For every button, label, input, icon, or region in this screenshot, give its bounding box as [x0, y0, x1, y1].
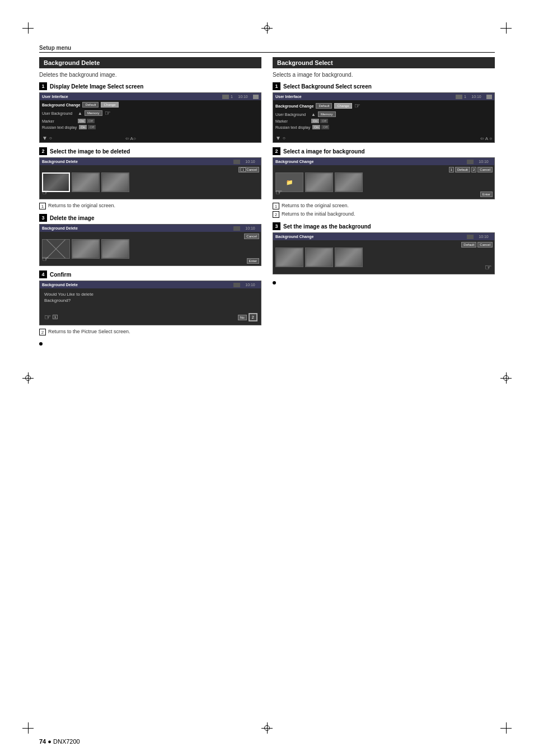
no-btn-box[interactable]: 2 — [249, 313, 257, 321]
no-label[interactable]: No — [238, 315, 247, 320]
bg-delete-desc: Deletes the background image. — [39, 72, 261, 78]
step-3-label: 3 Delete the image — [39, 214, 261, 222]
step-3-select-text: Set the image as the background — [283, 223, 371, 230]
marker-on-r[interactable]: On — [311, 119, 319, 123]
russian-off[interactable]: Off — [88, 125, 96, 129]
note-num-2s-1: 1 — [273, 203, 279, 209]
marker-label: Marker — [42, 119, 76, 123]
step-3-screen-header: Background Delete 10:10 — [40, 225, 261, 232]
note-text-2s-2: Returns to the initial background. — [282, 211, 355, 217]
change-btn-r[interactable]: Change — [334, 103, 352, 109]
step-3-text: Delete the image — [50, 215, 94, 221]
step-2-select-content: 1 Default 2 Cancel 📁 — [273, 165, 494, 199]
confirm-content: Would You Like to delete Background? ☞ 1… — [40, 288, 261, 325]
screen-content-1: Background Change Default Change User Ba… — [40, 100, 261, 133]
page-circle: ● — [48, 738, 53, 745]
note-num-2: 1 — [39, 203, 46, 209]
thumb-2a[interactable] — [72, 172, 100, 192]
step-2-select-num: 2 — [273, 147, 280, 155]
bg-change-row: Background Change Default Change — [42, 102, 259, 108]
user-bg-label: User Background — [42, 111, 76, 115]
thumb-2s-a[interactable] — [305, 172, 333, 192]
step-1-select-screen-content: Background Change Default Change ☞ User … — [273, 100, 494, 133]
russian-row: Russian text display On Off — [42, 125, 259, 129]
step-2-label: 2 Select the image to be deleted — [39, 147, 261, 155]
two-col-layout: Background Delete Deletes the background… — [39, 57, 495, 346]
bullet-dot-left — [39, 342, 43, 346]
step-1-select-text: Select Background Select screen — [283, 83, 372, 90]
step-2-select-text: Select a image for background — [283, 148, 365, 155]
note-2s-1: 1 Returns to the original screen. — [273, 203, 495, 209]
bullet-dot-right — [273, 281, 276, 284]
step-2-select-label: 2 Select a image for background — [273, 147, 495, 155]
step-3-content: Cancel — [40, 232, 261, 265]
reg-mark-bl — [22, 722, 34, 734]
step-1-num: 1 — [39, 82, 47, 90]
step-2-select-screen-title: Background Change — [275, 160, 313, 164]
setup-menu-header: Setup menu — [39, 45, 495, 53]
step-4-label: 4 Confirm — [39, 270, 261, 278]
step-2-screen-header: Background Delete 10:10 — [40, 158, 261, 165]
default-btn-2s[interactable]: Default — [455, 167, 470, 172]
russian-label: Russian text display — [42, 125, 77, 129]
memory-btn-r[interactable]: Memory — [318, 111, 336, 117]
step-3-screen: Background Delete 10:10 Cancel — [39, 224, 261, 266]
marker-row-r: Marker On Off — [275, 119, 492, 123]
memory-btn-1[interactable]: Memory — [85, 110, 102, 116]
marker-off-r[interactable]: Off — [320, 119, 328, 123]
user-bg-row: User Background ▲ Memory ☞ — [42, 109, 259, 117]
note-2s-2: 2 Returns to the initial background. — [273, 211, 495, 218]
model-name: DNX7200 — [53, 738, 80, 745]
enter-btn-3[interactable]: Enter — [247, 258, 259, 264]
cancel-btn-3s[interactable]: Cancel — [477, 242, 493, 248]
russian-on[interactable]: On — [79, 125, 87, 129]
thumb-3a[interactable] — [72, 239, 100, 259]
change-btn-1[interactable]: Change — [101, 102, 118, 108]
step-1-select-screen-header: User Interface 1 10:10 — [273, 93, 494, 100]
marker-off[interactable]: Off — [87, 119, 95, 123]
step-4-screen-header: Background Delete 10:10 — [40, 281, 261, 288]
default-btn-3s[interactable]: Default — [461, 242, 476, 248]
note-step4: 2 Returns to the Pictrue Select screen. — [39, 329, 261, 335]
cancel-btn-2[interactable]: 1Cancel — [238, 167, 259, 172]
page-num: 74 — [39, 738, 46, 745]
step-1-select: 1 Select Background Select screen User I… — [273, 82, 495, 143]
step-1-delete: 1 Display Delete Image Select screen Use… — [39, 82, 261, 143]
thumb-2s-b[interactable] — [335, 172, 363, 192]
russian-off-r[interactable]: Off — [321, 125, 329, 129]
step-2-num: 2 — [39, 147, 47, 155]
user-bg-label-r: User Background — [275, 113, 309, 116]
step-3-select-screen: Background Change 10:10 Default Cancel — [273, 232, 495, 274]
page-content: Setup menu Background Delete Deletes the… — [39, 45, 495, 711]
thumb-3s-c[interactable] — [335, 248, 363, 267]
step-4-num: 4 — [39, 270, 47, 278]
crosshair-bottom — [261, 722, 273, 734]
note-text-4: Returns to the Pictrue Select screen. — [48, 329, 130, 334]
default-btn-1[interactable]: Default — [82, 102, 99, 108]
default-cancel-bar-3: Default Cancel — [461, 242, 493, 248]
cancel-btn-3[interactable]: Cancel — [244, 234, 259, 239]
note-num-2s-2: 2 — [273, 211, 279, 218]
russian-toggle: On Off — [79, 125, 96, 129]
thumb-2b[interactable] — [101, 172, 129, 192]
note-text-2: Returns to the original screen. — [48, 203, 115, 208]
thumb-3s-b[interactable] — [305, 248, 333, 267]
note-step2: 1 Returns to the original screen. — [39, 203, 261, 209]
step-1-screen: User Interface 1 10:10 Background Change… — [39, 92, 261, 143]
thumb-3s-a[interactable] — [275, 248, 303, 267]
marker-on[interactable]: On — [78, 119, 86, 123]
step-1-select-label: 1 Select Background Select screen — [273, 82, 495, 90]
step-2-content: 1Cancel — [40, 165, 261, 199]
bg-select-desc: Selects a image for background. — [273, 72, 495, 78]
russian-on-r[interactable]: On — [312, 125, 320, 129]
enter-btn-2s[interactable]: Enter — [480, 192, 493, 197]
thumbnails-3 — [40, 232, 261, 265]
thumb-3b[interactable] — [101, 239, 129, 259]
background-select-section: Background Select Selects a image for ba… — [273, 57, 495, 346]
default-btn-r[interactable]: Default — [316, 103, 332, 109]
step-3-screen-title: Background Delete — [42, 226, 78, 230]
bg-change-label-r: Background Change — [275, 104, 313, 108]
thumbnails-2 — [40, 165, 261, 199]
note-text-2s-1: Returns to the original screen. — [282, 203, 349, 208]
cancel-btn-2s[interactable]: Cancel — [477, 167, 493, 172]
